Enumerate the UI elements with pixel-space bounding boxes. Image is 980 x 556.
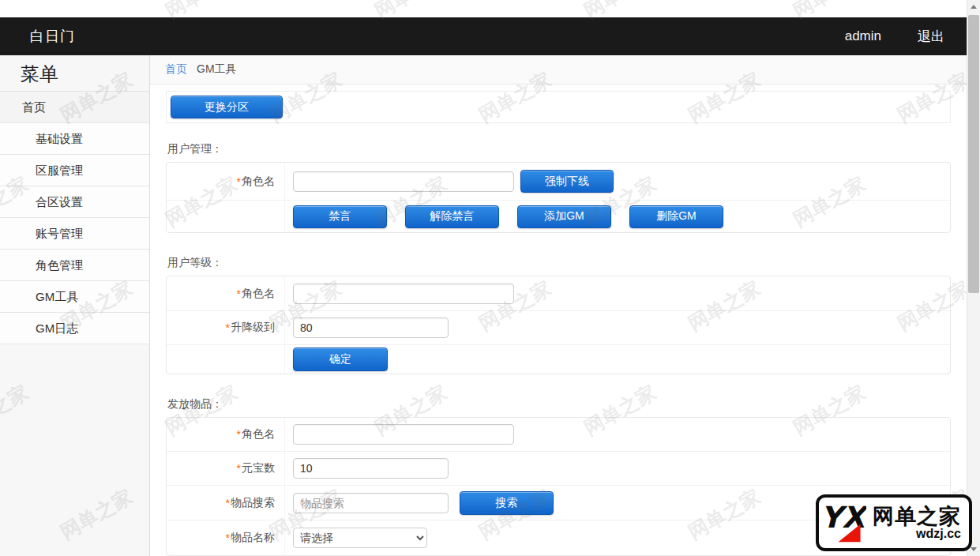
table-row: 禁言 解除禁言 添加GM 删除GM — [167, 201, 950, 232]
app-header: 白日门 admin 退出 — [0, 17, 980, 55]
user-manage-table: * 角色名 强制下线 禁言 解除禁言 添加GM — [166, 162, 951, 233]
sidebar-item-role-manage[interactable]: 角色管理 — [0, 250, 149, 281]
mute-button[interactable]: 禁言 — [293, 205, 387, 228]
wdzj-logo-badge: YX 网单之家 wdzj.cc — [816, 494, 972, 551]
table-row: * 升降级到 — [167, 311, 950, 345]
user-level-heading: 用户等级： — [167, 256, 951, 270]
sidebar-item-merge-settings[interactable]: 合区设置 — [0, 186, 149, 218]
required-mark: * — [237, 175, 241, 188]
item-name-label: * 物品名称 — [167, 520, 285, 555]
level-target-label: * 升降级到 — [167, 311, 285, 344]
add-gm-button[interactable]: 添加GM — [517, 205, 611, 228]
current-user[interactable]: admin — [845, 28, 881, 44]
user-role-label: * 角色名 — [167, 163, 285, 200]
user-level-table: * 角色名 * 升降级到 — [166, 276, 951, 374]
content-area: 更换分区 用户管理： * 角色名 强制下线 — [150, 85, 980, 556]
sidebar-item-basic-settings[interactable]: 基础设置 — [0, 123, 149, 155]
yuanbao-label: * 元宝数 — [167, 452, 285, 485]
scrollbar-thumb[interactable] — [968, 15, 979, 293]
table-row: 确定 — [167, 345, 950, 374]
level-role-label: * 角色名 — [167, 276, 285, 310]
user-role-input[interactable] — [293, 171, 514, 192]
unmute-button[interactable]: 解除禁言 — [405, 205, 499, 228]
item-search-label: * 物品搜索 — [167, 486, 285, 520]
wdzj-logo-domain: wdzj.cc — [916, 528, 961, 540]
sidebar-item-gm-tools[interactable]: GM工具 — [0, 281, 149, 313]
wdzj-logo-title: 网单之家 — [873, 505, 961, 528]
logout-link[interactable]: 退出 — [918, 28, 944, 46]
confirm-level-button[interactable]: 确定 — [293, 348, 388, 371]
breadcrumb-current: GM工具 — [197, 62, 237, 77]
sidebar: 菜单 首页 基础设置 区服管理 合区设置 账号管理 角色管理 GM工具 GM日志 — [0, 55, 150, 556]
give-items-heading: 发放物品： — [167, 397, 951, 411]
top-strip — [0, 0, 980, 17]
page: 白日门 admin 退出 菜单 首页 基础设置 区服管理 合区设置 账号管理 角… — [0, 0, 980, 556]
items-role-label: * 角色名 — [167, 418, 285, 451]
item-search-button[interactable]: 搜索 — [460, 491, 554, 515]
sidebar-item-home[interactable]: 首页 — [0, 92, 149, 123]
sidebar-item-account-manage[interactable]: 账号管理 — [0, 218, 149, 250]
remove-gm-button[interactable]: 删除GM — [629, 205, 723, 228]
item-search-input[interactable] — [293, 493, 449, 513]
table-row: * 角色名 — [167, 418, 950, 452]
sidebar-item-gm-logs[interactable]: GM日志 — [0, 313, 149, 344]
table-row: * 角色名 — [167, 276, 950, 311]
table-row: * 角色名 强制下线 — [167, 163, 950, 201]
force-offline-button[interactable]: 强制下线 — [520, 170, 614, 193]
user-manage-heading: 用户管理： — [167, 142, 951, 156]
brand-title: 白日门 — [30, 27, 75, 46]
level-role-input[interactable] — [293, 284, 514, 304]
wdzj-logo-mark: YX — [822, 499, 866, 547]
scrollbar-up-arrow[interactable] — [967, 0, 980, 13]
breadcrumb: 首页 GM工具 — [150, 55, 980, 85]
switch-zone-button[interactable]: 更换分区 — [171, 96, 283, 118]
items-role-input[interactable] — [293, 424, 514, 445]
sidebar-item-server-manage[interactable]: 区服管理 — [0, 155, 149, 186]
sidebar-title: 菜单 — [0, 55, 149, 92]
yuanbao-input[interactable] — [293, 458, 449, 479]
breadcrumb-home-link[interactable]: 首页 — [165, 62, 187, 77]
item-name-select[interactable]: 请选择 — [293, 528, 427, 548]
table-row: * 元宝数 — [167, 452, 950, 486]
toolbar-panel: 更换分区 — [166, 91, 951, 123]
level-value-input[interactable] — [293, 317, 449, 338]
scrollbar[interactable] — [967, 0, 980, 556]
